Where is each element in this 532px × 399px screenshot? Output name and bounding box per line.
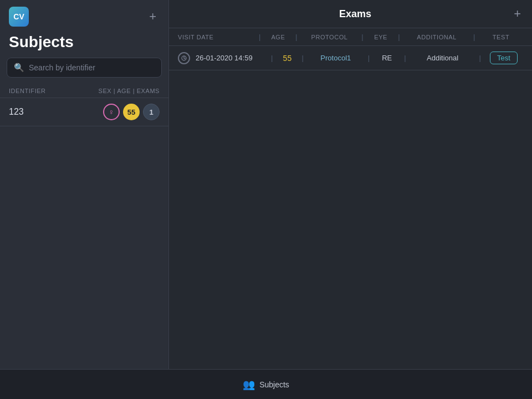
bottom-nav: 👥 Subjects xyxy=(0,369,532,399)
exams-table-header: VISIT DATE | AGE | PROTOCOL | EYE | ADDI… xyxy=(169,28,532,46)
subjects-nav-icon: 👥 xyxy=(243,378,255,391)
age-badge: 55 xyxy=(123,104,140,120)
exams-header: Exams + xyxy=(169,0,532,28)
app-logo: CV xyxy=(9,7,29,27)
sidebar: CV + Subjects 🔍 IDENTIFIER SEX | AGE | E… xyxy=(0,0,169,369)
exam-age: 55 xyxy=(276,54,298,63)
subjects-nav-label: Subjects xyxy=(259,380,289,389)
exams-title: Exams xyxy=(197,8,514,20)
exams-count-badge: 1 xyxy=(143,104,160,120)
search-box: 🔍 xyxy=(7,58,162,78)
add-exam-button[interactable]: + xyxy=(514,7,521,21)
exam-eye: RE xyxy=(373,54,401,62)
search-container: 🔍 xyxy=(0,58,168,84)
col-additional-label: ADDITIONAL xyxy=(403,34,470,40)
sidebar-header: CV + xyxy=(0,0,168,31)
col-eye-label: EYE xyxy=(367,34,395,40)
subjects-table-header: IDENTIFIER SEX | AGE | EXAMS xyxy=(0,84,168,98)
exam-test-button-cell: Test xyxy=(484,52,523,64)
subject-badges: ♀ 55 1 xyxy=(103,104,160,120)
search-icon: 🔍 xyxy=(14,63,24,73)
col-identifier-label: IDENTIFIER xyxy=(9,88,99,94)
exam-protocol: Protocol1 xyxy=(307,54,365,62)
exams-panel: Exams + VISIT DATE | AGE | PROTOCOL | EY… xyxy=(169,0,532,369)
col-age-label: AGE xyxy=(264,34,292,40)
search-input[interactable] xyxy=(29,63,155,72)
exam-row[interactable]: 26-01-2020 14:59 | 55 | Protocol1 | RE |… xyxy=(169,46,532,70)
subject-identifier: 123 xyxy=(9,107,103,117)
sex-badge: ♀ xyxy=(103,104,120,120)
page-title: Subjects xyxy=(0,31,168,58)
exam-status-icon xyxy=(178,52,190,64)
add-subject-button[interactable]: + xyxy=(146,9,160,24)
col-sex-age-exams-label: SEX | AGE | EXAMS xyxy=(99,88,160,94)
test-button[interactable]: Test xyxy=(490,52,518,64)
exam-visit-date: 26-01-2020 14:59 xyxy=(196,54,268,62)
exam-additional: Additional xyxy=(410,54,476,62)
col-protocol-label: PROTOCOL xyxy=(301,34,358,40)
subject-row[interactable]: 123 ♀ 55 1 xyxy=(0,98,168,126)
col-test-label: TEST xyxy=(479,34,523,40)
col-visit-date-label: VISIT DATE xyxy=(178,34,255,40)
